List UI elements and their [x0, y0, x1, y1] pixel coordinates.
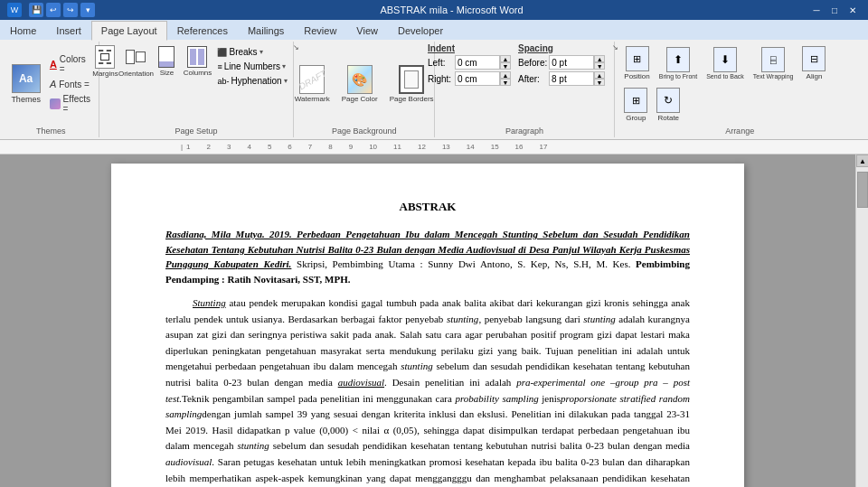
- line-numbers-button[interactable]: ≡ Line Numbers ▾: [213, 60, 290, 73]
- spacing-after-up[interactable]: ▲: [594, 71, 605, 79]
- group-label: Group: [626, 114, 646, 122]
- scroll-up-button[interactable]: ▲: [856, 155, 868, 167]
- breaks-icon: ⬛: [217, 48, 227, 57]
- ribbon-group-arrange: ⊞ Position ⬆ Bring to Front ⬇ Send to Ba…: [615, 42, 864, 137]
- bring-to-front-label: Bring to Front: [659, 73, 697, 80]
- spacing-after-value: 8 pt: [552, 74, 567, 84]
- spacing-after-label: After:: [518, 74, 547, 84]
- vertical-scrollbar[interactable]: ▲ ▼: [855, 155, 868, 487]
- hyphenation-dropdown-icon: ▾: [284, 77, 288, 85]
- indent-left-spinner[interactable]: ▲ ▼: [500, 55, 511, 70]
- tab-view[interactable]: View: [346, 20, 388, 40]
- spacing-before-up[interactable]: ▲: [594, 55, 605, 62]
- quick-access-undo[interactable]: ↩: [46, 3, 61, 17]
- spacing-before-spinner[interactable]: ▲ ▼: [594, 55, 605, 70]
- indent-left-up[interactable]: ▲: [500, 55, 511, 62]
- spacing-before-down[interactable]: ▼: [594, 62, 605, 70]
- scroll-thumb[interactable]: [857, 172, 868, 208]
- spacing-before-field: 0 pt ▲ ▼: [549, 55, 605, 70]
- document-title: ABSTRAK: [165, 200, 690, 214]
- document-author-block: Rasdiana, Mila Mutya. 2019. Perbedaan Pe…: [165, 227, 690, 286]
- breaks-button[interactable]: ⬛ Breaks ▾: [213, 45, 290, 59]
- page-background-group-label: Page Background: [332, 126, 397, 136]
- hyphenation-button[interactable]: ab- Hyphenation ▾: [213, 74, 290, 88]
- position-label: Position: [624, 72, 649, 80]
- spacing-after-spinner[interactable]: ▲ ▼: [594, 71, 605, 86]
- indent-right-down[interactable]: ▼: [500, 79, 511, 86]
- effects-icon: [50, 98, 61, 109]
- indent-right-value: 0 cm: [458, 74, 477, 84]
- indent-right-input[interactable]: 0 cm: [455, 71, 500, 86]
- quick-access-dropdown[interactable]: ▾: [80, 3, 95, 17]
- size-icon: [158, 46, 175, 68]
- columns-label: Columns: [184, 69, 212, 77]
- indent-left-down[interactable]: ▼: [500, 62, 511, 70]
- effects-button[interactable]: Effects =: [47, 92, 95, 116]
- minimize-button[interactable]: ─: [808, 3, 825, 17]
- tab-review[interactable]: Review: [294, 20, 346, 40]
- rotate-button[interactable]: ↻ Rotate: [653, 85, 684, 125]
- spacing-label: Spacing: [518, 43, 605, 53]
- group-button[interactable]: ⊞ Group: [620, 85, 651, 125]
- tab-references[interactable]: References: [167, 20, 238, 40]
- send-to-back-button[interactable]: ⬇ Send to Back: [703, 44, 748, 82]
- margins-label: Margins: [92, 70, 118, 78]
- indent-left-row: Left: 0 cm ▲ ▼: [428, 55, 511, 70]
- breaks-dropdown-icon: ▾: [259, 48, 263, 56]
- arrange-group-label: Arrange: [725, 126, 754, 136]
- size-button[interactable]: Size: [152, 43, 181, 80]
- themes-group-label: Themes: [36, 126, 66, 136]
- maximize-button[interactable]: □: [826, 3, 843, 17]
- spacing-after-field: 8 pt ▲ ▼: [549, 71, 605, 86]
- align-label: Align: [807, 72, 823, 80]
- spacing-before-value: 0 pt: [552, 58, 567, 68]
- orientation-button[interactable]: Orientation: [121, 43, 150, 80]
- close-button[interactable]: ✕: [844, 3, 861, 17]
- position-button[interactable]: ⊞ Position: [620, 43, 653, 83]
- quick-access-save[interactable]: 💾: [29, 3, 43, 17]
- page-color-icon: 🎨: [347, 65, 373, 94]
- ribbon-group-page-setup: Margins Orientation Size: [99, 42, 295, 137]
- document-area[interactable]: ABSTRAK Rasdiana, Mila Mutya. 2019. Perb…: [0, 155, 855, 487]
- text-wrapping-label: Text Wrapping: [753, 73, 794, 80]
- spacing-before-input[interactable]: 0 pt: [549, 55, 594, 70]
- scroll-track: [856, 167, 868, 487]
- bring-to-front-button[interactable]: ⬆ Bring to Front: [656, 44, 701, 82]
- indent-left-label: Left:: [428, 58, 453, 68]
- watermark-button[interactable]: DRAFT Watermark: [290, 62, 335, 106]
- colors-label: Colors =: [60, 54, 92, 74]
- window-controls: ─ □ ✕: [808, 3, 861, 17]
- margins-button[interactable]: Margins: [90, 43, 119, 80]
- page-color-button[interactable]: 🎨 Page Color: [337, 62, 382, 106]
- thesis-type: Skripsi,: [297, 258, 333, 269]
- ribbon-content: Aa Themes A Colors = A Fonts = Effects =: [0, 40, 868, 140]
- tab-page-layout[interactable]: Page Layout: [91, 21, 167, 41]
- ribbon-group-page-background: DRAFT Watermark 🎨 Page Color Page Border…: [294, 42, 434, 137]
- spacing-after-down[interactable]: ▼: [594, 79, 605, 86]
- bring-to-front-icon: ⬆: [666, 47, 690, 72]
- text-wrapping-icon: ⌸: [761, 47, 785, 72]
- indent-column: Indent Left: 0 cm ▲ ▼ Right:: [428, 43, 511, 86]
- text-wrapping-button[interactable]: ⌸ Text Wrapping: [750, 44, 797, 82]
- indent-left-field: 0 cm ▲ ▼: [455, 55, 511, 70]
- tab-home[interactable]: Home: [0, 20, 46, 40]
- indent-right-spinner[interactable]: ▲ ▼: [500, 71, 511, 86]
- colors-button[interactable]: A Colors =: [47, 52, 95, 76]
- tab-insert[interactable]: Insert: [46, 20, 91, 40]
- themes-button[interactable]: Aa Themes: [6, 61, 45, 107]
- tab-mailings[interactable]: Mailings: [238, 20, 294, 40]
- indent-right-up[interactable]: ▲: [500, 71, 511, 79]
- indent-right-label: Right:: [428, 74, 453, 84]
- quick-access-redo[interactable]: ↪: [63, 3, 78, 17]
- indent-label: Indent: [428, 43, 511, 53]
- fonts-button[interactable]: A Fonts =: [47, 77, 95, 91]
- hyphenation-icon: ab-: [217, 77, 229, 86]
- themes-icon: Aa: [12, 64, 41, 93]
- indent-left-input[interactable]: 0 cm: [455, 55, 500, 70]
- spacing-after-input[interactable]: 8 pt: [549, 71, 594, 86]
- align-button[interactable]: ⊟ Align: [798, 43, 829, 83]
- page-setup-group-label: Page Setup: [175, 126, 218, 136]
- columns-button[interactable]: Columns: [183, 43, 212, 80]
- tab-developer[interactable]: Developer: [388, 20, 453, 40]
- orientation-label: Orientation: [118, 70, 154, 78]
